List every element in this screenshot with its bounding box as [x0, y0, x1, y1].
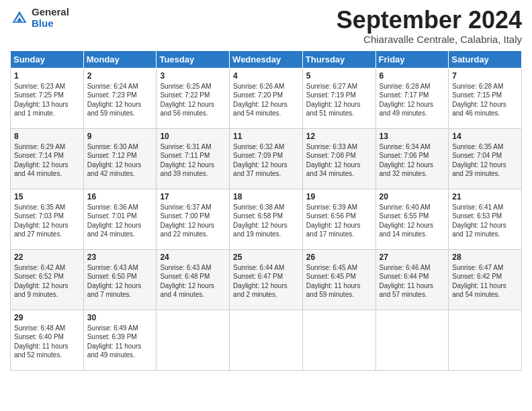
day-info: Sunrise: 6:47 AM Sunset: 6:42 PM Dayligh…: [452, 264, 506, 299]
day-info: Sunrise: 6:39 AM Sunset: 6:56 PM Dayligh…: [306, 203, 361, 238]
table-row: 3 Sunrise: 6:25 AM Sunset: 7:22 PM Dayli…: [157, 68, 230, 128]
table-row: 29 Sunrise: 6:48 AM Sunset: 6:40 PM Dayl…: [11, 310, 84, 370]
day-info: Sunrise: 6:29 AM Sunset: 7:14 PM Dayligh…: [14, 143, 69, 178]
table-row: 14 Sunrise: 6:35 AM Sunset: 7:04 PM Dayl…: [449, 128, 522, 189]
day-number: 10: [160, 132, 226, 141]
table-row: 2 Sunrise: 6:24 AM Sunset: 7:23 PM Dayli…: [83, 68, 157, 128]
day-number: 19: [306, 192, 372, 201]
day-number: 6: [380, 71, 445, 81]
table-row: 22 Sunrise: 6:42 AM Sunset: 6:52 PM Dayl…: [11, 249, 84, 310]
day-info: Sunrise: 6:28 AM Sunset: 7:17 PM Dayligh…: [380, 83, 434, 118]
day-info: Sunrise: 6:42 AM Sunset: 6:52 PM Dayligh…: [14, 264, 69, 299]
day-info: Sunrise: 6:32 AM Sunset: 7:09 PM Dayligh…: [233, 143, 287, 178]
table-row: 11 Sunrise: 6:32 AM Sunset: 7:09 PM Dayl…: [230, 128, 303, 189]
month-title: September 2024: [337, 7, 522, 34]
calendar-table: Sunday Monday Tuesday Wednesday Thursday…: [10, 50, 522, 371]
header-wednesday: Wednesday: [230, 50, 303, 68]
day-number: 18: [233, 192, 299, 201]
day-info: Sunrise: 6:49 AM Sunset: 6:39 PM Dayligh…: [87, 324, 142, 359]
day-info: Sunrise: 6:43 AM Sunset: 6:48 PM Dayligh…: [160, 264, 214, 299]
day-number: 25: [233, 253, 299, 262]
table-row: 23 Sunrise: 6:43 AM Sunset: 6:50 PM Dayl…: [83, 249, 157, 310]
logo-general-text: General: [32, 7, 69, 18]
day-info: Sunrise: 6:44 AM Sunset: 6:47 PM Dayligh…: [233, 264, 287, 299]
day-info: Sunrise: 6:43 AM Sunset: 6:50 PM Dayligh…: [87, 264, 142, 299]
day-info: Sunrise: 6:30 AM Sunset: 7:12 PM Dayligh…: [87, 143, 142, 178]
header-sunday: Sunday: [11, 50, 84, 68]
table-row: 19 Sunrise: 6:39 AM Sunset: 6:56 PM Dayl…: [302, 189, 375, 249]
day-number: 15: [14, 192, 80, 201]
day-number: 26: [306, 253, 372, 262]
day-info: Sunrise: 6:45 AM Sunset: 6:45 PM Dayligh…: [306, 264, 361, 299]
header-monday: Monday: [83, 50, 157, 68]
day-number: 21: [452, 192, 518, 201]
table-row: 18 Sunrise: 6:38 AM Sunset: 6:58 PM Dayl…: [230, 189, 303, 249]
day-number: 8: [14, 132, 80, 141]
table-row: 28 Sunrise: 6:47 AM Sunset: 6:42 PM Dayl…: [449, 249, 522, 310]
day-info: Sunrise: 6:27 AM Sunset: 7:19 PM Dayligh…: [306, 83, 361, 118]
calendar-week: 22 Sunrise: 6:42 AM Sunset: 6:52 PM Dayl…: [11, 249, 522, 310]
day-info: Sunrise: 6:35 AM Sunset: 7:04 PM Dayligh…: [452, 143, 506, 178]
day-info: Sunrise: 6:36 AM Sunset: 7:01 PM Dayligh…: [87, 203, 142, 238]
day-info: Sunrise: 6:35 AM Sunset: 7:03 PM Dayligh…: [14, 203, 69, 238]
table-row: 30 Sunrise: 6:49 AM Sunset: 6:39 PM Dayl…: [83, 310, 157, 370]
day-number: 13: [380, 132, 445, 141]
table-row: 25 Sunrise: 6:44 AM Sunset: 6:47 PM Dayl…: [230, 249, 303, 310]
day-number: 14: [452, 132, 518, 141]
day-info: Sunrise: 6:38 AM Sunset: 6:58 PM Dayligh…: [233, 203, 287, 238]
day-number: 7: [452, 71, 518, 81]
header-saturday: Saturday: [449, 50, 522, 68]
table-row: [375, 310, 449, 370]
table-row: 15 Sunrise: 6:35 AM Sunset: 7:03 PM Dayl…: [11, 189, 84, 249]
day-number: 29: [14, 313, 80, 322]
day-info: Sunrise: 6:25 AM Sunset: 7:22 PM Dayligh…: [160, 83, 214, 118]
day-number: 23: [87, 253, 153, 262]
day-info: Sunrise: 6:46 AM Sunset: 6:44 PM Dayligh…: [380, 264, 434, 299]
header-friday: Friday: [375, 50, 449, 68]
day-number: 11: [233, 132, 299, 141]
day-number: 12: [306, 132, 372, 141]
day-number: 27: [380, 253, 445, 262]
table-row: [302, 310, 375, 370]
day-number: 9: [87, 132, 153, 141]
logo-icon: [10, 9, 29, 28]
header-row: Sunday Monday Tuesday Wednesday Thursday…: [11, 50, 522, 68]
day-number: 4: [233, 71, 299, 81]
header-tuesday: Tuesday: [157, 50, 230, 68]
header: General Blue September 2024 Chiaravalle …: [10, 7, 522, 45]
table-row: 4 Sunrise: 6:26 AM Sunset: 7:20 PM Dayli…: [230, 68, 303, 128]
day-number: 17: [160, 192, 226, 201]
day-number: 3: [160, 71, 226, 81]
day-number: 1: [14, 71, 80, 81]
title-area: September 2024 Chiaravalle Centrale, Cal…: [337, 7, 522, 45]
table-row: 24 Sunrise: 6:43 AM Sunset: 6:48 PM Dayl…: [157, 249, 230, 310]
day-info: Sunrise: 6:24 AM Sunset: 7:23 PM Dayligh…: [87, 83, 142, 118]
day-number: 30: [87, 313, 153, 322]
location-title: Chiaravalle Centrale, Calabria, Italy: [337, 34, 522, 45]
day-info: Sunrise: 6:26 AM Sunset: 7:20 PM Dayligh…: [233, 83, 287, 118]
table-row: 17 Sunrise: 6:37 AM Sunset: 7:00 PM Dayl…: [157, 189, 230, 249]
day-number: 5: [306, 71, 372, 81]
day-number: 16: [87, 192, 153, 201]
page-container: General Blue September 2024 Chiaravalle …: [10, 7, 522, 371]
day-info: Sunrise: 6:41 AM Sunset: 6:53 PM Dayligh…: [452, 203, 506, 238]
table-row: 5 Sunrise: 6:27 AM Sunset: 7:19 PM Dayli…: [302, 68, 375, 128]
day-info: Sunrise: 6:33 AM Sunset: 7:08 PM Dayligh…: [306, 143, 361, 178]
day-info: Sunrise: 6:31 AM Sunset: 7:11 PM Dayligh…: [160, 143, 214, 178]
day-number: 2: [87, 71, 153, 81]
day-number: 22: [14, 253, 80, 262]
logo-blue-text: Blue: [32, 18, 69, 30]
table-row: 9 Sunrise: 6:30 AM Sunset: 7:12 PM Dayli…: [83, 128, 157, 189]
day-info: Sunrise: 6:40 AM Sunset: 6:55 PM Dayligh…: [380, 203, 434, 238]
day-info: Sunrise: 6:48 AM Sunset: 6:40 PM Dayligh…: [14, 324, 69, 359]
table-row: 16 Sunrise: 6:36 AM Sunset: 7:01 PM Dayl…: [83, 189, 157, 249]
table-row: 12 Sunrise: 6:33 AM Sunset: 7:08 PM Dayl…: [302, 128, 375, 189]
table-row: [230, 310, 303, 370]
calendar-week: 15 Sunrise: 6:35 AM Sunset: 7:03 PM Dayl…: [11, 189, 522, 249]
table-row: 13 Sunrise: 6:34 AM Sunset: 7:06 PM Dayl…: [375, 128, 449, 189]
day-number: 24: [160, 253, 226, 262]
logo: General Blue: [10, 7, 69, 29]
day-info: Sunrise: 6:23 AM Sunset: 7:25 PM Dayligh…: [14, 83, 69, 118]
table-row: 6 Sunrise: 6:28 AM Sunset: 7:17 PM Dayli…: [375, 68, 449, 128]
table-row: 26 Sunrise: 6:45 AM Sunset: 6:45 PM Dayl…: [302, 249, 375, 310]
